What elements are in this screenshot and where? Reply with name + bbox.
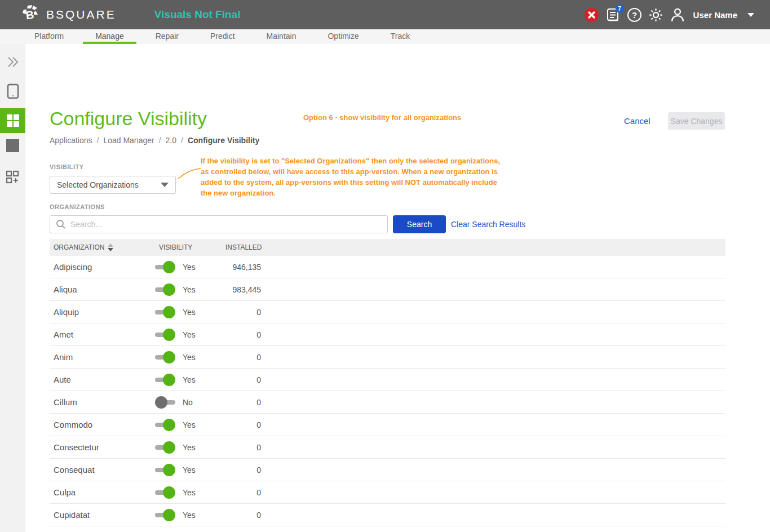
user-name[interactable]: User Name [693, 10, 737, 20]
visibility-toggle[interactable] [155, 486, 175, 499]
visibility-value: No [183, 398, 193, 407]
visibility-value: Yes [183, 511, 196, 520]
visibility-toggle[interactable] [155, 283, 175, 296]
toggle-knob [163, 464, 175, 476]
svg-text:B: B [25, 8, 34, 22]
table-row: AliquipYes0 [50, 301, 725, 323]
toggle-knob [163, 351, 175, 363]
organization-name: Cillum [50, 397, 155, 407]
select-caret-icon [161, 183, 169, 187]
tablet-icon [7, 83, 19, 99]
table-row: CillumNo0 [50, 391, 725, 414]
toggle-knob [163, 486, 175, 499]
clear-search-results-link[interactable]: Clear Search Results [451, 220, 525, 229]
installed-count: 946,135 [222, 263, 261, 272]
visibility-toggle[interactable] [155, 306, 175, 318]
sidebar-item-applications[interactable] [0, 108, 25, 133]
table-row: AmetYes0 [50, 323, 725, 346]
organization-name: Consectetur [50, 442, 155, 452]
organization-name: Amet [50, 330, 155, 339]
tab-repair[interactable]: Repair [151, 29, 183, 44]
visibility-toggle[interactable] [155, 261, 175, 273]
organization-name: Aute [50, 375, 155, 384]
breadcrumb-separator: / [97, 136, 99, 145]
table-header: ORGANIZATION VISIBILITY INSTALLED [50, 239, 725, 256]
sidebar-item-add-group[interactable] [0, 165, 25, 189]
installed-count: 0 [222, 330, 261, 339]
visibility-toggle[interactable] [155, 464, 175, 476]
installed-count: 0 [222, 353, 261, 362]
organizations-table: ORGANIZATION VISIBILITY INSTALLED Adipis… [50, 239, 725, 526]
sort-icon[interactable] [108, 243, 113, 251]
brand-logo[interactable]: B BSQUARE [23, 5, 116, 24]
installed-count: 0 [222, 466, 261, 475]
installed-count: 983,445 [222, 285, 261, 294]
organization-name: Aliqua [50, 285, 155, 294]
search-button[interactable]: Search [393, 215, 446, 233]
toggle-knob [163, 329, 175, 341]
toggle-knob [155, 396, 167, 409]
help-icon[interactable]: ? [627, 7, 643, 23]
breadcrumb: Applications/Load Manager/2.0/Configure … [50, 136, 259, 145]
save-changes-button[interactable]: Save Changes [668, 112, 725, 130]
visibility-toggle[interactable] [155, 374, 175, 386]
visibility-toggle[interactable] [155, 351, 175, 363]
table-row: CupidatatYes0 [50, 504, 725, 526]
tab-optimize[interactable]: Optimize [323, 29, 363, 44]
breadcrumb-link[interactable]: Load Manager [103, 136, 154, 145]
installed-count: 0 [222, 443, 261, 452]
brand-text: BSQUARE [46, 8, 116, 21]
alert-close-icon[interactable] [584, 7, 600, 23]
column-header-organization[interactable]: ORGANIZATION [50, 243, 155, 251]
visibility-toggle[interactable] [155, 509, 175, 521]
annotation-connector-line [178, 167, 201, 180]
search-input[interactable] [70, 220, 382, 229]
user-avatar-icon[interactable] [670, 7, 685, 23]
tab-predict[interactable]: Predict [206, 29, 240, 44]
installed-count: 0 [222, 308, 261, 317]
table-row: AnimYes0 [50, 346, 725, 369]
visibility-select[interactable]: Selected Organizations [50, 176, 176, 194]
visibility-selected-value: Selected Organizations [57, 180, 161, 189]
organization-name: Anim [50, 352, 155, 362]
toggle-knob [163, 283, 175, 296]
breadcrumb-separator: / [159, 136, 161, 145]
svg-text:?: ? [632, 10, 637, 20]
tab-track[interactable]: Track [386, 29, 414, 44]
tab-manage[interactable]: Manage [91, 29, 129, 44]
toggle-knob [163, 261, 175, 273]
nav-tabs: PlatformManageRepairPredictMaintainOptim… [0, 29, 770, 44]
sidebar-item-square[interactable] [0, 133, 25, 158]
table-row: ConsecteturYes0 [50, 436, 725, 459]
status-note: Visuals Not Final [154, 8, 241, 21]
cancel-button[interactable]: Cancel [624, 116, 650, 126]
visibility-toggle[interactable] [155, 396, 175, 409]
visibility-toggle[interactable] [155, 329, 175, 341]
installed-count: 0 [222, 375, 261, 384]
bsquare-logo-icon: B [23, 5, 39, 24]
sidebar-expand-button[interactable] [0, 50, 25, 74]
search-field [50, 215, 388, 233]
breadcrumb-link[interactable]: Applications [50, 136, 92, 145]
visibility-toggle[interactable] [155, 441, 175, 454]
table-row: CulpaYes0 [50, 481, 725, 504]
visibility-toggle[interactable] [155, 419, 175, 431]
search-icon [56, 219, 66, 229]
annotation-visibility-note: If the visibility is set to "Selected Or… [201, 156, 508, 198]
topbar: B BSQUARE Visuals Not Final 7 ? [0, 0, 770, 29]
user-menu-caret-icon[interactable] [747, 13, 754, 17]
visibility-value: Yes [183, 330, 196, 339]
table-row: AliquaYes983,445 [50, 278, 725, 301]
notifications-icon[interactable]: 7 [605, 7, 621, 23]
breadcrumb-link[interactable]: 2.0 [166, 136, 176, 145]
visibility-value: Yes [183, 308, 196, 317]
visibility-value: Yes [183, 466, 196, 475]
sidebar-item-devices[interactable] [0, 79, 25, 104]
installed-count: 0 [222, 488, 261, 497]
column-header-visibility[interactable]: VISIBILITY [155, 243, 222, 251]
visibility-value: Yes [183, 375, 196, 384]
column-header-installed[interactable]: INSTALLED [222, 243, 261, 251]
tab-maintain[interactable]: Maintain [262, 29, 301, 44]
settings-gear-icon[interactable] [648, 7, 664, 23]
tab-platform[interactable]: Platform [30, 29, 68, 44]
